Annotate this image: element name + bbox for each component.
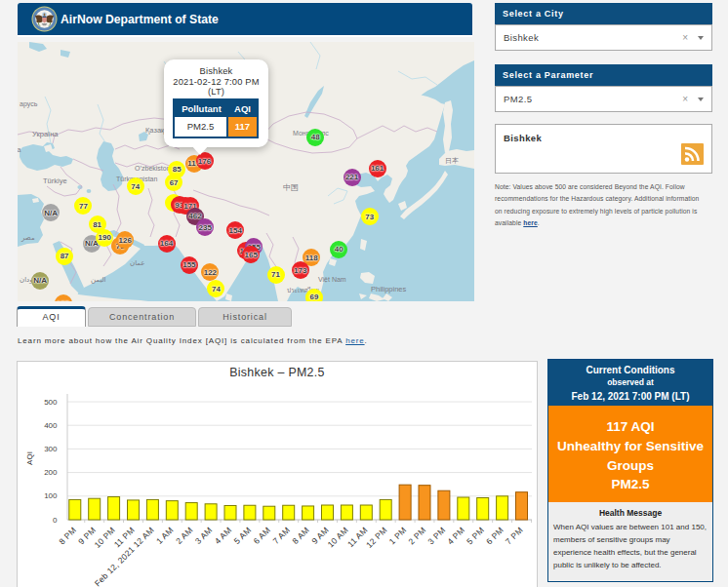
svg-text:6 AM: 6 AM	[252, 525, 273, 546]
svg-text:400: 400	[44, 421, 58, 430]
svg-text:4 PM: 4 PM	[445, 525, 466, 546]
svg-text:10 AM: 10 AM	[326, 525, 350, 549]
svg-text:1 AM: 1 AM	[154, 525, 176, 546]
svg-text:200: 200	[44, 468, 58, 477]
svg-text:5 AM: 5 AM	[232, 525, 254, 546]
svg-text:8 AM: 8 AM	[290, 525, 311, 546]
svg-text:1 PM: 1 PM	[387, 525, 409, 546]
svg-text:12 PM: 12 PM	[364, 525, 389, 550]
svg-text:500: 500	[44, 398, 58, 407]
svg-text:10 PM: 10 PM	[93, 525, 118, 550]
svg-text:100: 100	[44, 491, 58, 500]
svg-text:8 PM: 8 PM	[57, 525, 78, 546]
svg-text:3 PM: 3 PM	[425, 525, 447, 546]
svg-text:AQI: AQI	[25, 451, 34, 465]
svg-text:300: 300	[44, 445, 58, 453]
svg-text:6 PM: 6 PM	[484, 525, 506, 546]
svg-text:7 PM: 7 PM	[504, 525, 525, 546]
svg-text:2 PM: 2 PM	[406, 525, 427, 546]
svg-text:3 AM: 3 AM	[193, 525, 215, 546]
svg-text:5 PM: 5 PM	[465, 525, 486, 546]
svg-text:7 AM: 7 AM	[270, 525, 292, 546]
svg-text:4 AM: 4 AM	[213, 525, 234, 546]
svg-text:0: 0	[53, 516, 58, 525]
svg-text:2 AM: 2 AM	[174, 525, 195, 546]
